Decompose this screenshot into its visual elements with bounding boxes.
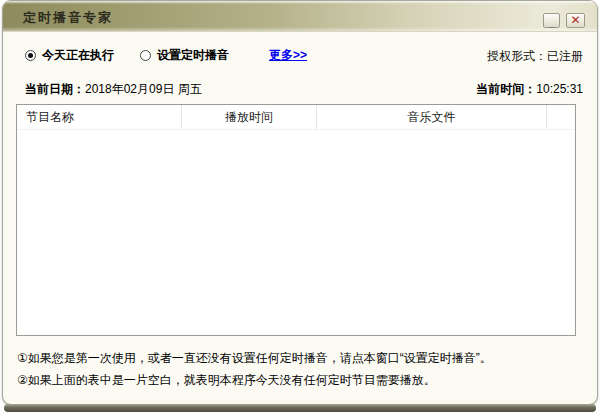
current-time: 当前时间：10:25:31 — [476, 81, 583, 98]
help-note-2: ②如果上面的表中是一片空白，就表明本程序今天没有任何定时节目需要播放。 — [17, 369, 587, 391]
window-title: 定时播音专家 — [23, 9, 113, 27]
schedule-table-header: 节目名称 播放时间 音乐文件 — [17, 105, 575, 130]
current-time-label: 当前时间： — [476, 82, 536, 96]
radio-setup-label: 设置定时播音 — [157, 47, 229, 64]
window-content: 今天正在执行 设置定时播音 更多>> 授权形式：已注册 当前日期：2018年02… — [3, 33, 597, 404]
current-time-value: 10:25:31 — [536, 82, 583, 96]
app-window: 定时播音专家 _ ✕ 今天正在执行 设置定时播音 更多>> 授权形式：已注册 — [2, 0, 598, 405]
column-header-music-file[interactable]: 音乐文件 — [317, 105, 547, 129]
window-bottom-shadow — [4, 404, 596, 412]
current-date-label: 当前日期： — [25, 82, 85, 96]
help-notes: ①如果您是第一次使用，或者一直还没有设置任何定时播音，请点本窗口“设置定时播音”… — [17, 347, 587, 391]
radio-today-label: 今天正在执行 — [42, 47, 114, 64]
current-date-value: 2018年02月09日 周五 — [85, 82, 202, 96]
current-date: 当前日期：2018年02月09日 周五 — [25, 81, 202, 98]
license-status: 授权形式：已注册 — [487, 48, 583, 65]
schedule-table-body[interactable] — [17, 130, 575, 335]
radio-checked-icon[interactable] — [25, 50, 36, 61]
status-row: 当前日期：2018年02月09日 周五 当前时间：10:25:31 — [25, 81, 583, 97]
column-header-play-time[interactable]: 播放时间 — [182, 105, 317, 129]
help-note-1: ①如果您是第一次使用，或者一直还没有设置任何定时播音，请点本窗口“设置定时播音”… — [17, 347, 587, 369]
radio-today-executing[interactable]: 今天正在执行 — [25, 47, 114, 64]
radio-unchecked-icon[interactable] — [140, 50, 151, 61]
minimize-button[interactable]: _ — [543, 13, 560, 28]
more-link[interactable]: 更多>> — [269, 47, 307, 64]
view-mode-radio-group: 今天正在执行 设置定时播音 更多>> — [25, 47, 307, 64]
minimize-icon: _ — [548, 17, 554, 28]
controls-row: 今天正在执行 设置定时播音 更多>> 授权形式：已注册 — [17, 47, 583, 65]
schedule-table[interactable]: 节目名称 播放时间 音乐文件 — [16, 104, 576, 336]
column-header-program-name[interactable]: 节目名称 — [17, 105, 182, 129]
column-header-spacer — [547, 105, 575, 129]
radio-setup-broadcast[interactable]: 设置定时播音 — [140, 47, 229, 64]
close-icon: ✕ — [570, 15, 580, 26]
title-bar[interactable]: 定时播音专家 _ ✕ — [3, 1, 597, 32]
close-button[interactable]: ✕ — [566, 13, 585, 28]
